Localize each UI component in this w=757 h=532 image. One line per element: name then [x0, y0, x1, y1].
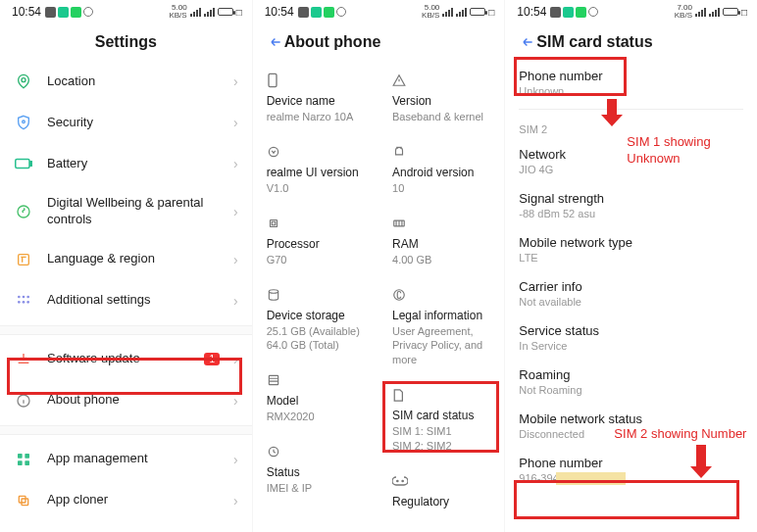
kv-signal[interactable]: Signal strength -88 dBm 52 asu — [505, 183, 757, 227]
android-icon — [392, 144, 490, 160]
status-icon — [267, 444, 365, 459]
ui-icon — [267, 144, 365, 160]
status-circle-icon — [588, 7, 598, 17]
svg-point-21 — [269, 147, 278, 156]
battery-icon — [218, 8, 233, 16]
svg-rect-2 — [16, 160, 29, 169]
info-processor[interactable]: Processor G70 — [253, 210, 378, 281]
svg-point-7 — [23, 295, 25, 298]
row-security[interactable]: Security › — [0, 102, 252, 143]
info-storage[interactable]: Device storage 25.1 GB (Available) 64.0 … — [253, 281, 378, 367]
language-icon — [14, 250, 33, 269]
regulatory-icon — [392, 473, 490, 489]
row-battery[interactable]: Battery › — [0, 143, 252, 184]
signal-icon — [695, 8, 706, 17]
chevron-right-icon: › — [233, 352, 238, 367]
chevron-right-icon: › — [233, 452, 238, 467]
kv-carrier[interactable]: Carrier info Not available — [505, 271, 757, 315]
svg-rect-25 — [269, 376, 278, 385]
annot-sim1: SIM 1 showing Unknown — [627, 134, 744, 168]
back-button[interactable] — [519, 35, 536, 49]
status-time: 10:54 — [265, 5, 294, 19]
svg-point-30 — [402, 480, 403, 481]
kv-service[interactable]: Service status In Service — [505, 315, 757, 360]
status-bar: 10:54 7.00 KB/S □ — [505, 0, 757, 22]
row-about-phone[interactable]: About phone › — [0, 380, 252, 421]
status-bar: 10:54 5.00 KB/S □ — [253, 0, 505, 22]
info-android[interactable]: Android version 10 — [378, 138, 504, 210]
chevron-right-icon: › — [233, 156, 238, 171]
svg-point-9 — [18, 301, 21, 304]
info-legal[interactable]: Legal information User Agreement, Privac… — [378, 281, 504, 382]
chevron-right-icon: › — [233, 393, 238, 409]
status-wifi-icon — [563, 7, 574, 18]
row-language[interactable]: Language & region › — [0, 239, 252, 280]
svg-rect-15 — [18, 460, 23, 465]
signal-icon — [204, 8, 215, 17]
header: SIM card status — [505, 22, 757, 61]
row-wellbeing[interactable]: Digital Wellbeing & parental controls › — [0, 184, 252, 239]
info-device-name[interactable]: Device name realme Narzo 10A — [253, 67, 378, 138]
redaction-mask — [556, 472, 626, 485]
status-app-icon — [576, 7, 586, 18]
battery-icon — [470, 8, 485, 16]
status-app-icon — [71, 7, 81, 18]
svg-point-8 — [26, 295, 29, 298]
row-location[interactable]: Location › — [0, 61, 252, 102]
chevron-right-icon: › — [233, 115, 238, 130]
status-circle-icon — [336, 7, 346, 17]
kv-roaming[interactable]: Roaming Not Roaming — [505, 360, 757, 404]
page-title: SIM card status — [536, 33, 743, 51]
info-model[interactable]: Model RMX2020 — [253, 366, 378, 438]
screen-settings: 10:54 5.00 KB/S □ Settings Location › — [0, 0, 253, 532]
signal-icon — [442, 8, 453, 17]
header: Settings — [0, 22, 252, 61]
row-additional[interactable]: Additional settings › — [0, 280, 252, 321]
info-status[interactable]: Status IMEI & IP — [253, 438, 378, 509]
row-game-space[interactable]: Game Space › — [0, 521, 252, 532]
chevron-right-icon: › — [233, 293, 238, 309]
additional-icon — [14, 291, 33, 311]
signal-icon — [190, 8, 201, 17]
divider — [0, 425, 252, 435]
info-sim-status[interactable]: SIM card status SIM 1: SIM1 SIM 2: SIM2 — [378, 381, 504, 467]
page-title: Settings — [14, 33, 238, 51]
signal-icon — [456, 8, 467, 17]
info-ram[interactable]: RAM 4.00 GB — [378, 210, 504, 281]
cloner-icon — [14, 491, 33, 510]
status-indicator-icon — [550, 7, 561, 18]
info-regulatory[interactable]: Regulatory — [378, 467, 504, 524]
kv-phone-number-2[interactable]: Phone number 916-394 — [505, 448, 757, 492]
row-app-management[interactable]: App management › — [0, 439, 252, 480]
kv-nettype[interactable]: Mobile network type LTE — [505, 227, 757, 271]
warning-icon — [392, 73, 490, 88]
svg-rect-3 — [30, 162, 32, 167]
status-wifi-icon — [311, 7, 322, 18]
svg-rect-16 — [25, 460, 29, 465]
location-icon — [14, 72, 33, 91]
svg-point-24 — [269, 289, 278, 293]
battery-icon — [14, 154, 33, 173]
kv-phone-number-1[interactable]: Phone number Unknown — [505, 61, 757, 105]
svg-rect-20 — [269, 73, 277, 86]
screen-sim-status: 10:54 7.00 KB/S □ SIM card status Phone … — [505, 0, 757, 532]
row-software-update[interactable]: Software update 1 › — [0, 339, 252, 380]
storage-icon — [267, 287, 365, 303]
back-button[interactable] — [267, 35, 284, 49]
info-ui-version[interactable]: realme UI version V1.0 — [253, 138, 378, 210]
svg-point-10 — [23, 301, 25, 304]
chevron-right-icon: › — [233, 252, 238, 267]
info-version[interactable]: Version Baseband & kernel — [378, 67, 504, 138]
status-indicator-icon — [298, 7, 309, 18]
legal-icon — [392, 287, 490, 303]
annot-sim2: SIM 2 showing Number — [614, 426, 746, 443]
svg-rect-13 — [18, 454, 23, 459]
status-app-icon — [324, 7, 334, 18]
cpu-icon — [267, 216, 365, 231]
svg-rect-5 — [19, 254, 29, 265]
status-bar: 10:54 5.00 KB/S □ — [0, 0, 252, 22]
row-app-cloner[interactable]: App cloner › — [0, 480, 252, 521]
sim-icon — [392, 387, 490, 403]
status-wifi-icon — [58, 7, 69, 18]
svg-rect-23 — [272, 221, 276, 225]
